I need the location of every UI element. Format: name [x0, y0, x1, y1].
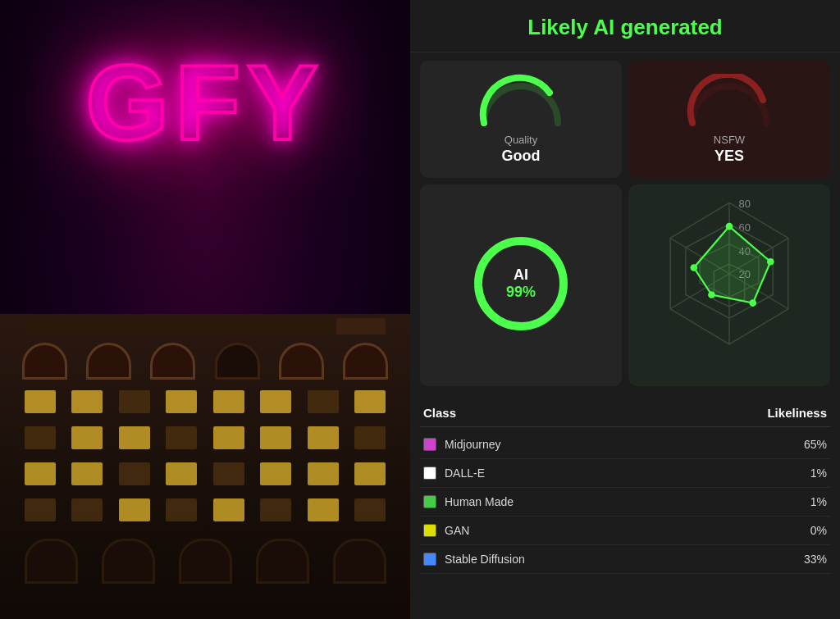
class-name-label: Human Made	[445, 495, 810, 508]
class-rows-container: Midjourney65%DALL-E1%Human Made1%GAN0%St…	[420, 430, 830, 574]
class-pct-value: 65%	[804, 438, 827, 451]
building-structure	[0, 307, 410, 619]
class-name-label: GAN	[445, 524, 810, 537]
ai-label: AI	[506, 266, 536, 284]
svg-point-15	[767, 258, 774, 266]
class-row: DALL-E1%	[420, 459, 830, 488]
class-color-indicator	[423, 524, 436, 537]
svg-point-17	[708, 291, 715, 298]
class-color-indicator	[423, 553, 436, 566]
radar-chart: 80 60 40 20	[635, 191, 824, 380]
ai-circle-gauge: AI 99%	[468, 230, 574, 337]
class-color-indicator	[423, 495, 436, 508]
svg-text:80: 80	[739, 198, 751, 210]
class-pct-value: 1%	[810, 495, 827, 508]
likeliness-col-header: Likeliness	[767, 406, 827, 420]
gfy-sign: GFY	[85, 41, 324, 164]
svg-point-14	[726, 223, 733, 230]
metrics-grid: Quality Good NSFW YES	[410, 52, 840, 394]
class-color-indicator	[423, 467, 436, 480]
class-pct-value: 33%	[804, 553, 827, 566]
ai-card: AI 99%	[420, 184, 622, 386]
class-table: Class Likeliness Midjourney65%DALL-E1%Hu…	[410, 394, 840, 619]
class-row: GAN0%	[420, 517, 830, 545]
class-name-label: Stable Diffusion	[445, 553, 804, 566]
class-row: Midjourney65%	[420, 430, 830, 459]
class-name-label: Midjourney	[445, 438, 804, 451]
class-pct-value: 0%	[810, 524, 827, 537]
ai-pct: 99%	[506, 284, 536, 301]
class-table-header: Class Likeliness	[420, 401, 830, 427]
nsfw-label: NSFW	[714, 134, 745, 146]
nsfw-value: YES	[714, 148, 744, 165]
class-pct-value: 1%	[810, 467, 827, 480]
header: Likely AI generated	[410, 0, 840, 52]
radar-card: 80 60 40 20	[628, 184, 830, 386]
quality-value: Good	[502, 148, 541, 165]
class-row: Human Made1%	[420, 488, 830, 517]
class-row: Stable Diffusion33%	[420, 545, 830, 574]
svg-point-18	[691, 264, 698, 271]
ai-gauge-text: AI 99%	[506, 266, 536, 301]
nsfw-card: NSFW YES	[628, 61, 830, 178]
nsfw-gauge	[684, 74, 774, 127]
quality-gauge	[476, 74, 566, 127]
class-col-header: Class	[423, 406, 456, 420]
image-panel: GFY	[0, 0, 410, 619]
quality-card: Quality Good	[420, 61, 622, 178]
class-name-label: DALL-E	[445, 467, 810, 480]
quality-label: Quality	[504, 134, 537, 146]
right-panel: Likely AI generated Quality Good	[410, 0, 840, 619]
svg-point-16	[749, 299, 756, 307]
result-title: Likely AI generated	[427, 15, 824, 40]
class-color-indicator	[423, 438, 436, 451]
